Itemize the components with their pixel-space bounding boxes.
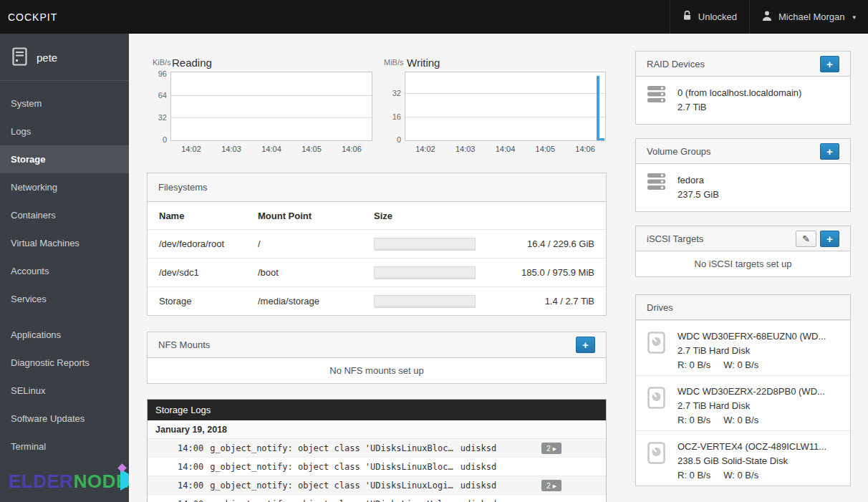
list-item[interactable]: 14:00 g_object_notify: object class 'UDi…	[148, 495, 606, 502]
table-row[interactable]: /dev/fedora/root / 16.4 / 229.6 GiB	[148, 229, 606, 258]
log-time: 14:00	[178, 499, 203, 502]
storage-logs-panel: Storage Logs January 19, 2018 14:00 g_ob…	[147, 399, 607, 502]
eldernode-watermark: ELDERNODE	[9, 470, 139, 493]
log-message: g_object_notify: object class 'UDisksLin…	[210, 499, 453, 502]
sidebar-item-selinux[interactable]: SELinux	[0, 377, 129, 405]
list-item[interactable]: 14:00 g_object_notify: object class 'UDi…	[148, 476, 606, 495]
volume-groups-panel: Volume Groups + fedora 237.5 GiB	[635, 138, 851, 212]
log-service: udisksd	[460, 462, 497, 472]
col-size: Size	[374, 211, 606, 221]
navbar-right: Unlocked Michael Morgan ▾	[670, 0, 868, 34]
sidebar-item-system[interactable]: System	[0, 90, 129, 117]
table-row[interactable]: /dev/sdc1 /boot 185.0 / 975.9 MiB	[148, 258, 606, 286]
add-iscsi-target-button[interactable]: +	[820, 231, 839, 247]
sidebar-item-applications[interactable]: Applications	[0, 321, 129, 349]
host-name: pete	[37, 52, 57, 64]
log-service: udisksd	[460, 499, 497, 502]
user-icon	[762, 11, 772, 23]
list-item[interactable]: fedora 237.5 GiB	[636, 164, 850, 211]
drives-title: Drives	[647, 302, 673, 313]
list-item[interactable]: WDC WD30EFRX-68EUZN0 (WD... 2.7 TiB Hard…	[636, 320, 850, 375]
fs-size: 1.4 / 2.7 TiB	[545, 296, 594, 306]
col-name: Name	[148, 211, 258, 221]
raid-devices-title: RAID Devices	[647, 59, 705, 69]
lock-status-button[interactable]: Unlocked	[670, 0, 749, 34]
x-tick: 14:03	[455, 145, 476, 153]
filesystems-heading: Filesystems	[148, 173, 606, 202]
drive-name: OCZ-VERTEX4 (OCZ-489ICLW11...	[677, 440, 826, 454]
y-tick: 32	[382, 89, 401, 97]
y-tick: 96	[148, 69, 167, 78]
log-date: January 19, 2018	[148, 420, 606, 439]
add-volume-group-button[interactable]: +	[820, 143, 839, 160]
sidebar-item-virtual-machines[interactable]: Virtual Machines	[0, 229, 129, 257]
drive-write-rate: W: 0 B/s	[723, 415, 758, 425]
log-time: 14:00	[178, 462, 203, 472]
sidebar-item-storage[interactable]: Storage	[0, 145, 129, 173]
add-raid-device-button[interactable]: +	[820, 56, 839, 72]
log-time: 14:00	[178, 443, 203, 453]
filesystems-title: Filesystems	[158, 182, 208, 193]
sidebar-item-accounts[interactable]: Accounts	[0, 257, 129, 285]
table-row[interactable]: Storage /media/storage 1.4 / 2.7 TiB	[148, 286, 606, 315]
list-item[interactable]: 14:00 g_object_notify: object class 'UDi…	[148, 439, 606, 458]
hard-disk-icon	[647, 332, 665, 375]
add-nfs-mount-button[interactable]: +	[576, 337, 595, 353]
log-count-badge[interactable]: 2 ▸	[541, 443, 561, 454]
x-tick: 14:06	[342, 145, 362, 153]
log-message: g_object_notify: object class 'UDisksLin…	[210, 481, 453, 491]
x-tick: 14:06	[575, 145, 595, 153]
usage-bar	[374, 238, 476, 251]
raid-devices-panel: RAID Devices + 0 (from localhost.localdo…	[635, 51, 851, 125]
fs-name: Storage	[148, 296, 258, 306]
list-item[interactable]: OCZ-VERTEX4 (OCZ-489ICLW11... 238.5 GiB …	[636, 430, 850, 486]
y-tick: 32	[148, 113, 167, 122]
sidebar-item-networking[interactable]: Networking	[0, 173, 129, 201]
sidebar-item-software-updates[interactable]: Software Updates	[0, 405, 129, 433]
gridline	[405, 117, 605, 117]
host-selector[interactable]: pete	[0, 34, 129, 81]
sidebar: pete System Logs Storage Networking Cont…	[0, 34, 129, 502]
cockpit-screen: COCKPIT Unlocked Michael Morgan ▾ pe	[0, 0, 868, 502]
log-count-badge[interactable]: 2 ▸	[541, 480, 561, 491]
drive-write-rate: W: 0 B/s	[723, 359, 758, 370]
x-tick: 14:05	[536, 145, 556, 153]
gridline	[171, 117, 372, 118]
reading-unit-label: KiB/s	[153, 58, 171, 67]
sidebar-item-containers[interactable]: Containers	[0, 201, 129, 229]
reading-chart-title: Reading	[172, 57, 212, 69]
drive-read-rate: R: 0 B/s	[677, 470, 710, 481]
edit-iscsi-button[interactable]: ✎	[796, 231, 816, 247]
writing-chart-title: Writing	[407, 57, 440, 69]
volume-groups-heading: Volume Groups +	[636, 139, 850, 164]
lock-status-label: Unlocked	[698, 11, 737, 22]
pencil-icon: ✎	[802, 233, 810, 244]
volume-groups-title: Volume Groups	[647, 146, 711, 157]
sidebar-item-diagnostic-reports[interactable]: Diagnostic Reports	[0, 349, 129, 377]
x-tick: 14:04	[261, 145, 281, 153]
drive-desc: 2.7 TiB Hard Disk	[677, 344, 826, 358]
volume-group-name: fedora	[677, 173, 719, 188]
list-item[interactable]: 14:00 g_object_notify: object class 'UDi…	[148, 458, 606, 476]
list-item[interactable]: 0 (from localhost.localdomain) 2.7 TiB	[636, 77, 850, 124]
user-menu-button[interactable]: Michael Morgan ▾	[749, 0, 868, 34]
user-name: Michael Morgan	[778, 11, 845, 22]
watermark-text-elder: ELDER	[9, 470, 74, 493]
x-tick: 14:03	[221, 145, 241, 153]
write-blip	[599, 138, 604, 140]
drive-desc: 2.7 TiB Hard Disk	[677, 399, 825, 413]
y-tick: 16	[382, 112, 401, 121]
server-icon	[12, 47, 27, 68]
sidebar-item-logs[interactable]: Logs	[0, 117, 129, 145]
drive-read-rate: R: 0 B/s	[677, 359, 710, 370]
iscsi-targets-panel: iSCSI Targets ✎ + No iSCSI targets set u…	[635, 226, 851, 277]
raid-device-size: 2.7 TiB	[677, 100, 801, 115]
sidebar-item-services[interactable]: Services	[0, 285, 129, 313]
list-item[interactable]: WDC WD30EZRX-22D8PB0 (WD... 2.7 TiB Hard…	[636, 375, 850, 430]
drive-desc: 238.5 GiB Solid-State Disk	[677, 454, 826, 468]
fs-size: 185.0 / 975.9 MiB	[521, 267, 594, 278]
writing-unit-label: MiB/s	[384, 58, 404, 67]
sidebar-item-terminal[interactable]: Terminal	[0, 433, 129, 460]
storage-logs-title: Storage Logs	[155, 405, 211, 415]
log-service: udisksd	[460, 443, 497, 453]
